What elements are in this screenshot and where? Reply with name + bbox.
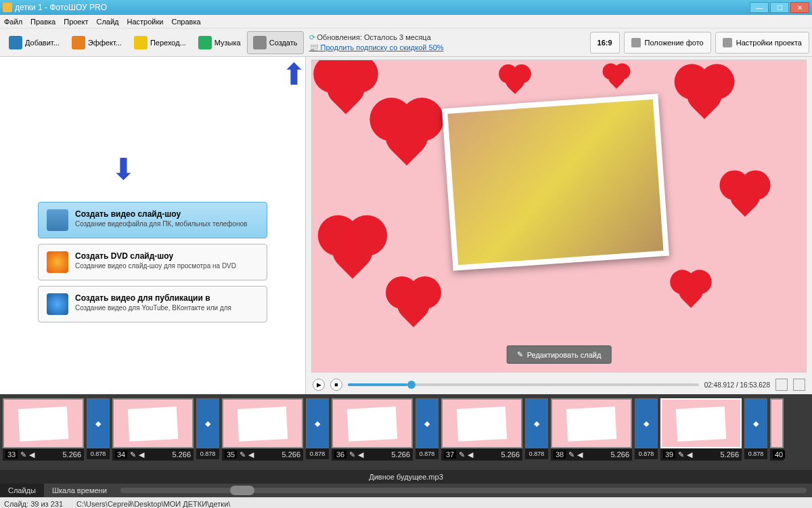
edit-icon[interactable]: ✎ — [240, 450, 246, 459]
menu-file[interactable]: Файл — [4, 18, 22, 26]
transitions-button[interactable]: Переход... — [128, 31, 192, 54]
edit-icon[interactable]: ✎ — [130, 450, 136, 459]
add-button[interactable]: Добавит... — [3, 31, 66, 54]
close-button[interactable]: ✕ — [790, 2, 809, 13]
music-icon — [198, 36, 212, 49]
sound-icon[interactable]: ◀ — [29, 450, 35, 459]
transition-thumb[interactable]: ◆ — [196, 398, 219, 448]
star-icon — [134, 36, 148, 49]
pencil-icon: ✎ — [517, 350, 523, 359]
palette-icon — [72, 36, 85, 49]
transition-thumb[interactable]: ◆ — [415, 398, 438, 448]
titlebar: детки 1 - ФотоШОУ PRO — ☐ ✕ — [0, 0, 812, 15]
timeline-item[interactable]: 38✎◀5.266 ◆ 0.878 — [551, 398, 658, 461]
menu-edit[interactable]: Правка — [30, 18, 55, 26]
transition-thumb[interactable]: ◆ — [744, 398, 767, 448]
timeline-item[interactable]: 40 — [770, 398, 784, 461]
timeline-item[interactable]: 39✎◀5.266 ◆ 0.878 — [660, 398, 767, 461]
arrow-down-icon: ⬇ — [111, 154, 136, 184]
disc-icon — [47, 251, 68, 273]
photo-position-button[interactable]: Положение фото — [624, 32, 711, 54]
edit-slide-button[interactable]: ✎Редактировать слайд — [507, 345, 612, 364]
edit-icon[interactable]: ✎ — [20, 450, 26, 459]
slides-tab[interactable]: Слайды — [0, 484, 44, 497]
sound-icon[interactable]: ◀ — [577, 450, 583, 459]
sound-icon[interactable]: ◀ — [468, 450, 473, 459]
info-bar: Обновления: Осталось 3 месяца Продлить п… — [304, 32, 449, 54]
snapshot-button[interactable] — [775, 379, 788, 391]
transition-thumb[interactable]: ◆ — [306, 398, 329, 448]
create-video-option[interactable]: Создать видео слайд-шоуСоздание видеофай… — [38, 202, 267, 238]
menubar: Файл Правка Проект Слайд Настройки Справ… — [0, 15, 812, 28]
maximize-button[interactable]: ☐ — [770, 2, 789, 13]
sound-icon[interactable]: ◀ — [358, 450, 363, 459]
update-text: Обновления: Осталось 3 месяца — [309, 33, 444, 42]
globe-icon — [47, 293, 68, 315]
slide-photo — [442, 93, 669, 271]
timeline-item[interactable]: 34✎◀5.266 ◆ 0.878 — [112, 398, 219, 461]
slide-thumb[interactable] — [441, 398, 522, 448]
gear-icon — [723, 38, 732, 47]
menu-help[interactable]: Справка — [171, 18, 200, 26]
edit-icon[interactable]: ✎ — [459, 450, 465, 459]
slide-thumb[interactable] — [660, 398, 742, 448]
create-panel: ⬆ ⬇ Создать видео слайд-шоуСоздание виде… — [0, 57, 306, 394]
film-icon — [253, 36, 267, 49]
view-switcher: Слайды Шкала времени — [0, 484, 812, 497]
edit-icon[interactable]: ✎ — [678, 450, 684, 459]
timeline-tab[interactable]: Шкала времени — [44, 484, 115, 497]
timeline: 33✎◀5.266 ◆ 0.878 34✎◀5.266 ◆ 0.878 35✎◀… — [0, 394, 812, 470]
zoom-slider[interactable] — [120, 488, 807, 493]
project-settings-button[interactable]: Настройки проекта — [715, 32, 809, 54]
timeline-item[interactable]: 37✎◀5.266 ◆ 0.878 — [441, 398, 548, 461]
subscription-link[interactable]: Продлить подписку со скидкой 50% — [309, 43, 444, 52]
project-path: C:\Users\Сергей\Desktop\МОИ ДЕТКИ\детки\ — [76, 500, 230, 508]
create-button[interactable]: Создать — [247, 31, 304, 54]
play-button[interactable]: ▶ — [313, 379, 325, 391]
effects-button[interactable]: Эффект... — [66, 31, 128, 54]
sound-icon[interactable]: ◀ — [687, 450, 692, 459]
sound-icon[interactable]: ◀ — [248, 450, 254, 459]
minimize-button[interactable]: — — [750, 2, 769, 13]
statusbar: Слайд: 39 из 231 C:\Users\Сергей\Desktop… — [0, 497, 812, 508]
menu-slide[interactable]: Слайд — [96, 18, 118, 26]
toolbar: Добавит... Эффект... Переход... Музыка С… — [0, 28, 812, 57]
window-title: детки 1 - ФотоШОУ PRO — [15, 3, 750, 12]
audio-track[interactable]: Дивное будущее.mp3 — [0, 470, 812, 484]
transition-thumb[interactable]: ◆ — [87, 398, 110, 448]
preview-canvas: ✎Редактировать слайд — [311, 60, 807, 373]
create-dvd-option[interactable]: Создать DVD слайд-шоуСоздание видео слай… — [38, 244, 267, 280]
create-web-option[interactable]: Создать видео для публикации вСоздание в… — [38, 286, 267, 322]
music-button[interactable]: Музыка — [192, 31, 247, 54]
edit-icon[interactable]: ✎ — [349, 450, 355, 459]
arrow-up-icon: ⬆ — [281, 60, 307, 89]
slide-thumb[interactable] — [222, 398, 303, 448]
slide-thumb[interactable] — [332, 398, 413, 448]
photo-icon — [631, 38, 641, 47]
aspect-ratio-button[interactable]: 16:9 — [590, 32, 620, 54]
playbar: ▶ ■ 02:48.912 / 16:53.628 — [306, 375, 812, 394]
slide-counter: Слайд: 39 из 231 — [4, 500, 63, 508]
transition-thumb[interactable]: ◆ — [525, 398, 548, 448]
progress-slider[interactable] — [348, 383, 699, 386]
timecode: 02:48.912 / 16:53.628 — [704, 381, 770, 389]
timeline-item[interactable]: 36✎◀5.266 ◆ 0.878 — [332, 398, 438, 461]
camera-icon — [9, 36, 22, 49]
fullscreen-button[interactable] — [793, 379, 805, 391]
timeline-item[interactable]: 35✎◀5.266 ◆ 0.878 — [222, 398, 329, 461]
slide-thumb[interactable] — [3, 398, 84, 448]
edit-icon[interactable]: ✎ — [568, 450, 574, 459]
monitor-icon — [47, 209, 68, 231]
slide-thumb[interactable] — [551, 398, 632, 448]
menu-project[interactable]: Проект — [64, 18, 88, 26]
preview-panel: ✎Редактировать слайд ▶ ■ 02:48.912 / 16:… — [306, 57, 812, 394]
slide-thumb[interactable] — [112, 398, 194, 448]
app-icon — [3, 3, 12, 12]
timeline-item[interactable]: 33✎◀5.266 ◆ 0.878 — [3, 398, 110, 461]
sound-icon[interactable]: ◀ — [139, 450, 144, 459]
stop-button[interactable]: ■ — [330, 379, 342, 391]
menu-settings[interactable]: Настройки — [127, 18, 164, 26]
transition-thumb[interactable]: ◆ — [635, 398, 658, 448]
